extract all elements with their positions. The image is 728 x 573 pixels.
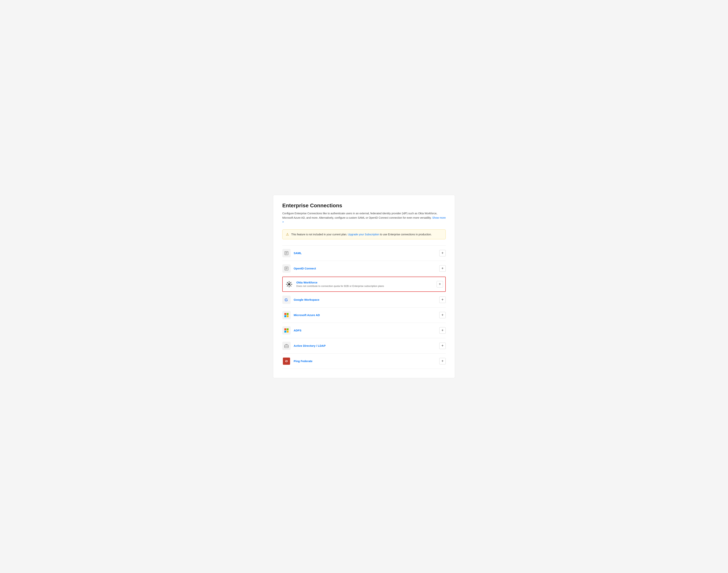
upgrade-link[interactable]: Upgrade your Subscription (348, 233, 379, 236)
svg-line-15 (290, 282, 291, 283)
warning-suffix: to use Enterprise connections in product… (380, 233, 432, 236)
connection-item-adfs[interactable]: ADFS + (282, 323, 446, 338)
ping-icon: iD (283, 358, 290, 365)
saml-name: SAML (294, 252, 436, 255)
okta-icon (286, 281, 292, 288)
ping-info: Ping Federate (294, 359, 436, 363)
page-title: Enterprise Connections (282, 203, 446, 209)
okta-subtitle: Does not contribute to connection quota … (296, 284, 434, 288)
adfs-add-button[interactable]: + (439, 327, 446, 334)
microsoft-icon (284, 313, 289, 317)
page-container: Enterprise Connections Configure Enterpr… (273, 195, 455, 378)
warning-static-text: This feature is not included in your cur… (291, 233, 347, 236)
azure-info: Microsoft Azure AD (294, 313, 436, 317)
okta-info: Okta Workforce Does not contribute to co… (296, 281, 434, 288)
azure-icon-wrapper (282, 311, 291, 319)
connection-item-ldap[interactable]: Active Directory / LDAP + (282, 338, 446, 354)
adfs-icon (284, 328, 289, 332)
ping-icon-wrapper: iD (282, 357, 291, 365)
adfs-name: ADFS (294, 329, 436, 332)
connection-item-azure[interactable]: Microsoft Azure AD + (282, 308, 446, 323)
svg-point-8 (288, 283, 290, 285)
adfs-info: ADFS (294, 329, 436, 332)
connection-item-google[interactable]: G Google Workspace + (282, 292, 446, 308)
svg-text:G: G (285, 298, 288, 302)
connection-item-okta[interactable]: Okta Workforce Does not contribute to co… (282, 277, 446, 292)
openid-icon (284, 266, 289, 271)
warning-banner: ⚠ This feature is not included in your c… (282, 229, 446, 239)
svg-line-13 (287, 282, 288, 283)
warning-text: This feature is not included in your cur… (291, 233, 432, 236)
openid-icon-wrapper (282, 264, 291, 273)
openid-name: OpenID Connect (294, 267, 436, 270)
ping-name: Ping Federate (294, 359, 436, 363)
openid-add-button[interactable]: + (439, 265, 446, 272)
adfs-icon-wrapper (282, 326, 291, 334)
connections-list: SAML + OpenID Connect + (282, 245, 446, 369)
connection-item-saml[interactable]: SAML + (282, 245, 446, 261)
ldap-icon-wrapper (282, 342, 291, 350)
saml-add-button[interactable]: + (439, 250, 446, 256)
warning-icon: ⚠ (286, 232, 289, 237)
okta-name: Okta Workforce (296, 281, 434, 284)
ldap-info: Active Directory / LDAP (294, 344, 436, 347)
ping-add-button[interactable]: + (439, 358, 446, 364)
connection-item-openid[interactable]: OpenID Connect + (282, 261, 446, 276)
google-name: Google Workspace (294, 298, 436, 301)
okta-add-button[interactable]: + (437, 281, 443, 288)
ldap-add-button[interactable]: + (439, 343, 446, 349)
ldap-icon (284, 343, 289, 348)
google-icon-wrapper: G (282, 296, 291, 304)
okta-icon-wrapper (285, 280, 293, 289)
google-icon: G (284, 297, 289, 302)
saml-icon-wrapper (282, 249, 291, 257)
google-add-button[interactable]: + (439, 297, 446, 303)
description-text: Configure Enterprise Connections like to… (282, 212, 437, 219)
azure-name: Microsoft Azure AD (294, 313, 436, 317)
connection-item-ping[interactable]: iD Ping Federate + (282, 354, 446, 369)
svg-line-14 (290, 285, 291, 286)
page-description: Configure Enterprise Connections like to… (282, 211, 446, 224)
google-info: Google Workspace (294, 298, 436, 301)
openid-info: OpenID Connect (294, 267, 436, 270)
svg-line-16 (287, 285, 288, 286)
ldap-name: Active Directory / LDAP (294, 344, 436, 347)
saml-info: SAML (294, 252, 436, 255)
azure-add-button[interactable]: + (439, 312, 446, 318)
saml-icon (284, 251, 289, 255)
